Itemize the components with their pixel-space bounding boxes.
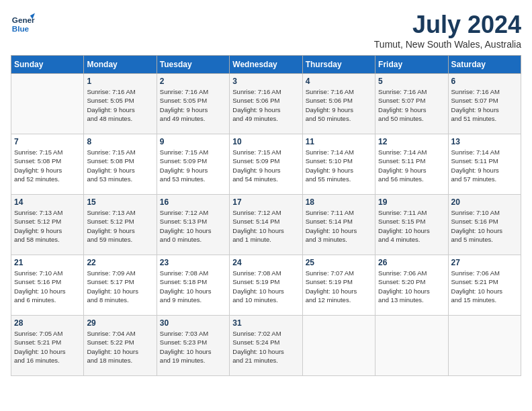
- day-info: Sunrise: 7:05 AM Sunset: 5:21 PM Dayligh…: [14, 329, 81, 365]
- header: General Blue July 2024 Tumut, New South …: [11, 11, 521, 50]
- day-number: 17: [232, 197, 299, 207]
- day-info: Sunrise: 7:06 AM Sunset: 5:20 PM Dayligh…: [378, 269, 445, 304]
- calendar-cell: 18Sunrise: 7:11 AM Sunset: 5:14 PM Dayli…: [302, 195, 375, 255]
- day-number: 8: [87, 137, 153, 146]
- day-info: Sunrise: 7:08 AM Sunset: 5:19 PM Dayligh…: [232, 269, 299, 304]
- header-cell-sunday: Sunday: [11, 56, 84, 74]
- calendar-cell: 31Sunrise: 7:02 AM Sunset: 5:24 PM Dayli…: [230, 316, 302, 376]
- calendar-cell: 9Sunrise: 7:15 AM Sunset: 5:09 PM Daylig…: [157, 134, 229, 195]
- calendar-cell: [11, 74, 84, 134]
- day-info: Sunrise: 7:14 AM Sunset: 5:11 PM Dayligh…: [378, 148, 445, 183]
- day-number: 15: [87, 197, 153, 207]
- day-number: 27: [451, 258, 518, 267]
- day-number: 2: [160, 77, 226, 86]
- day-info: Sunrise: 7:03 AM Sunset: 5:23 PM Dayligh…: [160, 329, 226, 365]
- calendar-cell: 25Sunrise: 7:07 AM Sunset: 5:19 PM Dayli…: [302, 255, 375, 316]
- calendar-cell: 12Sunrise: 7:14 AM Sunset: 5:11 PM Dayli…: [375, 134, 448, 195]
- calendar-cell: 6Sunrise: 7:16 AM Sunset: 5:07 PM Daylig…: [448, 74, 521, 134]
- header-row: SundayMondayTuesdayWednesdayThursdayFrid…: [11, 56, 521, 74]
- logo: General Blue: [11, 11, 38, 35]
- week-row-5: 28Sunrise: 7:05 AM Sunset: 5:21 PM Dayli…: [11, 316, 521, 376]
- day-number: 7: [14, 137, 81, 146]
- day-number: 5: [378, 77, 445, 86]
- day-number: 9: [160, 137, 226, 146]
- calendar-cell: 29Sunrise: 7:04 AM Sunset: 5:22 PM Dayli…: [84, 316, 157, 376]
- logo-icon: General Blue: [11, 11, 35, 35]
- day-number: 21: [14, 258, 81, 267]
- week-row-1: 1Sunrise: 7:16 AM Sunset: 5:05 PM Daylig…: [11, 74, 521, 134]
- calendar-cell: 26Sunrise: 7:06 AM Sunset: 5:20 PM Dayli…: [375, 255, 448, 316]
- day-number: 16: [160, 197, 226, 207]
- day-info: Sunrise: 7:02 AM Sunset: 5:24 PM Dayligh…: [232, 329, 299, 365]
- day-info: Sunrise: 7:14 AM Sunset: 5:10 PM Dayligh…: [306, 148, 372, 183]
- calendar-cell: 10Sunrise: 7:15 AM Sunset: 5:09 PM Dayli…: [230, 134, 302, 195]
- calendar-cell: 28Sunrise: 7:05 AM Sunset: 5:21 PM Dayli…: [11, 316, 84, 376]
- calendar-cell: 14Sunrise: 7:13 AM Sunset: 5:12 PM Dayli…: [11, 195, 84, 255]
- calendar-cell: 3Sunrise: 7:16 AM Sunset: 5:06 PM Daylig…: [230, 74, 302, 134]
- calendar-cell: 24Sunrise: 7:08 AM Sunset: 5:19 PM Dayli…: [230, 255, 302, 316]
- day-number: 6: [451, 77, 518, 86]
- day-number: 26: [378, 258, 445, 267]
- calendar-cell: 13Sunrise: 7:14 AM Sunset: 5:11 PM Dayli…: [448, 134, 521, 195]
- day-number: 10: [232, 137, 299, 146]
- day-info: Sunrise: 7:14 AM Sunset: 5:11 PM Dayligh…: [451, 148, 518, 183]
- calendar-cell: [375, 316, 448, 376]
- day-number: 22: [87, 258, 153, 267]
- day-number: 14: [14, 197, 81, 207]
- day-number: 23: [160, 258, 226, 267]
- day-number: 3: [232, 77, 299, 86]
- day-info: Sunrise: 7:15 AM Sunset: 5:09 PM Dayligh…: [160, 148, 226, 183]
- calendar-cell: 11Sunrise: 7:14 AM Sunset: 5:10 PM Dayli…: [302, 134, 375, 195]
- calendar-cell: 4Sunrise: 7:16 AM Sunset: 5:06 PM Daylig…: [302, 74, 375, 134]
- calendar-cell: [302, 316, 375, 376]
- calendar-cell: 15Sunrise: 7:13 AM Sunset: 5:12 PM Dayli…: [84, 195, 157, 255]
- day-number: 18: [306, 197, 372, 207]
- day-number: 11: [306, 137, 372, 146]
- calendar-cell: 1Sunrise: 7:16 AM Sunset: 5:05 PM Daylig…: [84, 74, 157, 134]
- day-info: Sunrise: 7:04 AM Sunset: 5:22 PM Dayligh…: [87, 329, 153, 365]
- day-info: Sunrise: 7:10 AM Sunset: 5:16 PM Dayligh…: [14, 269, 81, 304]
- svg-text:Blue: Blue: [12, 24, 30, 33]
- day-info: Sunrise: 7:12 AM Sunset: 5:14 PM Dayligh…: [232, 208, 299, 244]
- day-number: 1: [87, 77, 153, 86]
- calendar-cell: 21Sunrise: 7:10 AM Sunset: 5:16 PM Dayli…: [11, 255, 84, 316]
- header-cell-friday: Friday: [375, 56, 448, 74]
- day-info: Sunrise: 7:13 AM Sunset: 5:12 PM Dayligh…: [14, 208, 81, 244]
- day-number: 19: [378, 197, 445, 207]
- calendar-cell: 5Sunrise: 7:16 AM Sunset: 5:07 PM Daylig…: [375, 74, 448, 134]
- day-number: 24: [232, 258, 299, 267]
- day-number: 13: [451, 137, 518, 146]
- day-number: 28: [14, 318, 81, 328]
- day-info: Sunrise: 7:15 AM Sunset: 5:08 PM Dayligh…: [87, 148, 153, 183]
- main-title: July 2024: [374, 11, 521, 39]
- day-info: Sunrise: 7:15 AM Sunset: 5:08 PM Dayligh…: [14, 148, 81, 183]
- day-number: 31: [232, 318, 299, 328]
- day-info: Sunrise: 7:09 AM Sunset: 5:17 PM Dayligh…: [87, 269, 153, 304]
- day-number: 25: [306, 258, 372, 267]
- calendar-cell: 2Sunrise: 7:16 AM Sunset: 5:05 PM Daylig…: [157, 74, 229, 134]
- day-info: Sunrise: 7:15 AM Sunset: 5:09 PM Dayligh…: [232, 148, 299, 183]
- day-number: 30: [160, 318, 226, 328]
- calendar-cell: 19Sunrise: 7:11 AM Sunset: 5:15 PM Dayli…: [375, 195, 448, 255]
- calendar-cell: 8Sunrise: 7:15 AM Sunset: 5:08 PM Daylig…: [84, 134, 157, 195]
- week-row-3: 14Sunrise: 7:13 AM Sunset: 5:12 PM Dayli…: [11, 195, 521, 255]
- day-info: Sunrise: 7:13 AM Sunset: 5:12 PM Dayligh…: [87, 208, 153, 244]
- day-info: Sunrise: 7:10 AM Sunset: 5:16 PM Dayligh…: [451, 208, 518, 244]
- header-cell-saturday: Saturday: [448, 56, 521, 74]
- calendar-cell: 23Sunrise: 7:08 AM Sunset: 5:18 PM Dayli…: [157, 255, 229, 316]
- subtitle: Tumut, New South Wales, Australia: [374, 39, 521, 50]
- calendar-cell: 22Sunrise: 7:09 AM Sunset: 5:17 PM Dayli…: [84, 255, 157, 316]
- calendar-body: 1Sunrise: 7:16 AM Sunset: 5:05 PM Daylig…: [11, 74, 521, 376]
- day-info: Sunrise: 7:16 AM Sunset: 5:05 PM Dayligh…: [87, 87, 153, 123]
- day-number: 20: [451, 197, 518, 207]
- day-info: Sunrise: 7:07 AM Sunset: 5:19 PM Dayligh…: [306, 269, 372, 304]
- week-row-2: 7Sunrise: 7:15 AM Sunset: 5:08 PM Daylig…: [11, 134, 521, 195]
- day-info: Sunrise: 7:11 AM Sunset: 5:15 PM Dayligh…: [378, 208, 445, 244]
- calendar-header: SundayMondayTuesdayWednesdayThursdayFrid…: [11, 56, 521, 74]
- calendar-cell: 7Sunrise: 7:15 AM Sunset: 5:08 PM Daylig…: [11, 134, 84, 195]
- calendar-cell: 30Sunrise: 7:03 AM Sunset: 5:23 PM Dayli…: [157, 316, 229, 376]
- day-info: Sunrise: 7:16 AM Sunset: 5:07 PM Dayligh…: [378, 87, 445, 123]
- day-info: Sunrise: 7:16 AM Sunset: 5:07 PM Dayligh…: [451, 87, 518, 123]
- header-cell-thursday: Thursday: [302, 56, 375, 74]
- calendar-cell: 27Sunrise: 7:06 AM Sunset: 5:21 PM Dayli…: [448, 255, 521, 316]
